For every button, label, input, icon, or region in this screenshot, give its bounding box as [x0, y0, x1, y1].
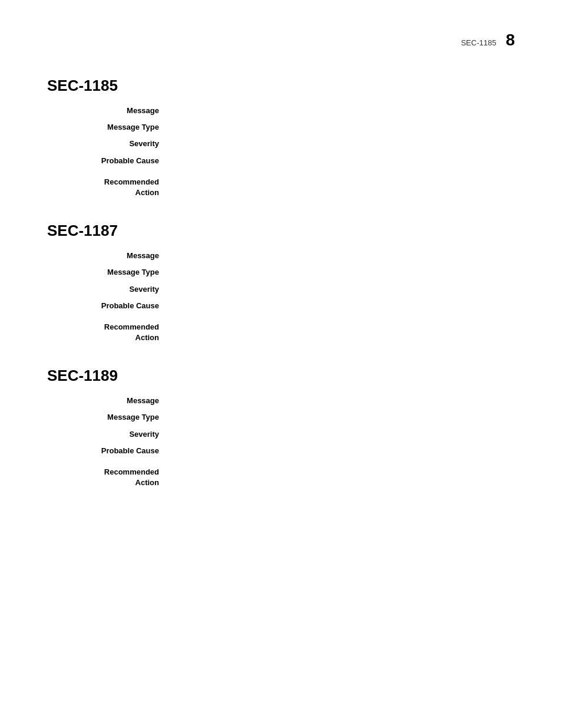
field-row-sec-1189-3: Probable Cause: [47, 446, 527, 456]
section-sec-1189: SEC-1189MessageMessage TypeSeverityProba…: [47, 367, 527, 488]
section-title-sec-1189: SEC-1189: [47, 367, 527, 385]
field-label-sec-1185-3: Probable Cause: [47, 156, 171, 166]
section-title-sec-1185: SEC-1185: [47, 77, 527, 95]
field-label-sec-1185-0: Message: [47, 106, 171, 116]
field-row-sec-1185-4: Recommended Action: [47, 177, 527, 198]
field-value-sec-1189-2: [171, 429, 527, 440]
field-label-sec-1187-4: Recommended Action: [47, 322, 171, 343]
field-label-sec-1185-4: Recommended Action: [47, 177, 171, 198]
field-row-sec-1187-2: Severity: [47, 284, 527, 295]
field-row-sec-1189-4: Recommended Action: [47, 467, 527, 488]
field-value-sec-1185-0: [171, 106, 527, 116]
field-label-sec-1189-4: Recommended Action: [47, 467, 171, 488]
field-label-sec-1189-0: Message: [47, 396, 171, 406]
field-row-sec-1187-3: Probable Cause: [47, 301, 527, 311]
field-label-sec-1187-2: Severity: [47, 284, 171, 295]
field-row-sec-1187-0: Message: [47, 251, 527, 261]
section-sec-1187: SEC-1187MessageMessage TypeSeverityProba…: [47, 222, 527, 343]
field-value-sec-1185-1: [171, 122, 527, 133]
field-value-sec-1189-1: [171, 412, 527, 423]
field-label-sec-1187-1: Message Type: [47, 267, 171, 278]
field-value-sec-1185-3: [171, 156, 527, 166]
field-value-sec-1189-0: [171, 396, 527, 406]
header-code: SEC-1185: [461, 38, 496, 47]
field-label-sec-1189-3: Probable Cause: [47, 446, 171, 456]
page-header: SEC-1185 8: [461, 31, 515, 50]
field-value-sec-1187-4: [171, 322, 527, 343]
field-label-sec-1187-3: Probable Cause: [47, 301, 171, 311]
field-row-sec-1187-4: Recommended Action: [47, 322, 527, 343]
field-label-sec-1189-1: Message Type: [47, 412, 171, 423]
section-sec-1185: SEC-1185MessageMessage TypeSeverityProba…: [47, 77, 527, 198]
field-row-sec-1185-3: Probable Cause: [47, 156, 527, 166]
field-row-sec-1187-1: Message Type: [47, 267, 527, 278]
field-label-sec-1187-0: Message: [47, 251, 171, 261]
field-value-sec-1189-3: [171, 446, 527, 456]
field-value-sec-1187-2: [171, 284, 527, 295]
field-row-sec-1185-0: Message: [47, 106, 527, 116]
field-value-sec-1185-2: [171, 139, 527, 149]
field-row-sec-1189-1: Message Type: [47, 412, 527, 423]
field-value-sec-1187-1: [171, 267, 527, 278]
field-row-sec-1189-0: Message: [47, 396, 527, 406]
field-value-sec-1189-4: [171, 467, 527, 488]
field-label-sec-1185-1: Message Type: [47, 122, 171, 133]
header-page-number: 8: [505, 31, 515, 50]
field-value-sec-1187-3: [171, 301, 527, 311]
field-label-sec-1189-2: Severity: [47, 429, 171, 440]
field-label-sec-1185-2: Severity: [47, 139, 171, 149]
section-title-sec-1187: SEC-1187: [47, 222, 527, 240]
field-row-sec-1185-2: Severity: [47, 139, 527, 149]
field-value-sec-1187-0: [171, 251, 527, 261]
field-value-sec-1185-4: [171, 177, 527, 198]
field-row-sec-1189-2: Severity: [47, 429, 527, 440]
field-row-sec-1185-1: Message Type: [47, 122, 527, 133]
